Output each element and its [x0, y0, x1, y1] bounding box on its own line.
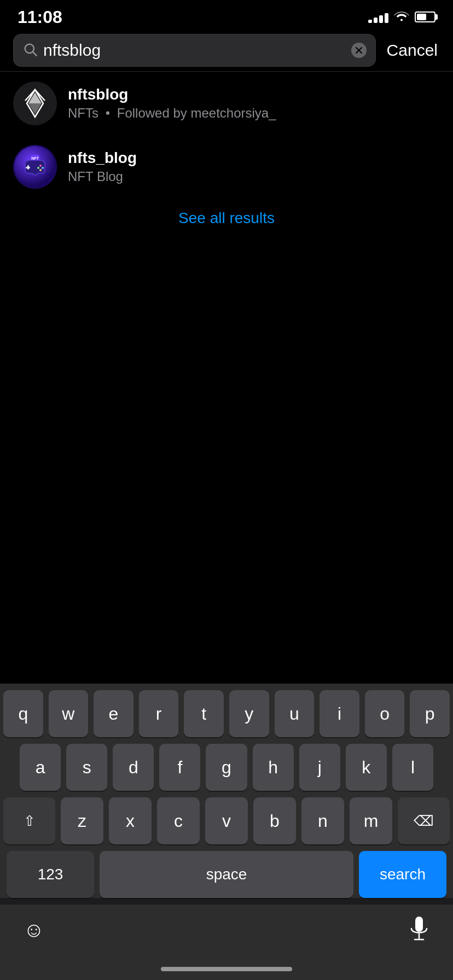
- status-time: 11:08: [18, 7, 62, 27]
- search-results: nftsblog NFTs • Followed by meetchorsiya…: [0, 72, 453, 238]
- key-z[interactable]: z: [61, 797, 103, 844]
- key-m[interactable]: m: [350, 797, 392, 844]
- key-q[interactable]: q: [3, 690, 43, 737]
- key-l[interactable]: l: [392, 744, 433, 791]
- key-h[interactable]: h: [253, 744, 294, 791]
- dot-1: •: [106, 106, 110, 120]
- keyboard-rows: q w e r t y u i o p a s d f g h j k l ⇧ …: [0, 684, 453, 898]
- clear-input-button[interactable]: [351, 43, 367, 58]
- svg-point-15: [37, 167, 39, 169]
- result-info-nfts-blog: nfts_blog NFT Blog: [68, 149, 440, 184]
- key-r[interactable]: r: [139, 690, 179, 737]
- key-b[interactable]: b: [253, 797, 296, 844]
- key-g[interactable]: g: [206, 744, 247, 791]
- svg-point-16: [39, 169, 42, 171]
- result-category-1: NFTs: [68, 106, 98, 120]
- key-numbers[interactable]: 123: [7, 851, 94, 898]
- keyboard-bottom-bar: ☺: [0, 905, 453, 962]
- avatar-nftsblog: [13, 81, 57, 125]
- status-bar: 11:08: [0, 0, 453, 30]
- result-username-1: nftsblog: [68, 86, 440, 103]
- signal-bars-icon: [368, 11, 388, 23]
- keyboard-row-1: q w e r t y u i o p: [3, 690, 450, 737]
- key-u[interactable]: u: [275, 690, 315, 737]
- svg-rect-19: [415, 917, 423, 932]
- cancel-button[interactable]: Cancel: [385, 41, 440, 60]
- key-backspace[interactable]: ⌫: [398, 797, 450, 844]
- key-n[interactable]: n: [301, 797, 344, 844]
- key-p[interactable]: p: [410, 690, 450, 737]
- key-x[interactable]: x: [109, 797, 152, 844]
- microphone-button[interactable]: [403, 913, 435, 946]
- home-bar: [161, 967, 292, 971]
- see-all-results[interactable]: See all results: [0, 199, 453, 238]
- key-shift[interactable]: ⇧: [3, 797, 55, 844]
- result-subtitle-1: NFTs • Followed by meetchorsiya_: [68, 106, 440, 121]
- emoji-button[interactable]: ☺: [18, 913, 50, 946]
- search-bar-container: Cancel: [0, 30, 453, 71]
- search-icon: [22, 42, 38, 59]
- key-e[interactable]: e: [94, 690, 133, 737]
- key-t[interactable]: t: [184, 690, 224, 737]
- key-search[interactable]: search: [359, 851, 446, 898]
- search-input-wrapper[interactable]: [13, 34, 376, 67]
- result-info-nftsblog: nftsblog NFTs • Followed by meetchorsiya…: [68, 86, 440, 121]
- key-i[interactable]: i: [320, 690, 359, 737]
- result-username-2: nfts_blog: [68, 149, 440, 167]
- avatar-nfts-blog: NFT: [13, 145, 57, 189]
- svg-line-1: [33, 52, 36, 55]
- svg-text:NFT: NFT: [31, 156, 39, 160]
- svg-rect-12: [26, 167, 30, 168]
- key-y[interactable]: y: [229, 690, 269, 737]
- key-o[interactable]: o: [365, 690, 405, 737]
- result-subtitle-2: NFT Blog: [68, 169, 440, 184]
- key-c[interactable]: c: [157, 797, 200, 844]
- key-f[interactable]: f: [159, 744, 200, 791]
- result-name-2: NFT Blog: [68, 169, 123, 184]
- key-j[interactable]: j: [299, 744, 340, 791]
- key-d[interactable]: d: [113, 744, 154, 791]
- result-item-nftsblog[interactable]: nftsblog NFTs • Followed by meetchorsiya…: [0, 72, 453, 135]
- wifi-icon: [394, 9, 409, 25]
- home-indicator: [0, 962, 453, 980]
- key-s[interactable]: s: [66, 744, 107, 791]
- key-k[interactable]: k: [346, 744, 387, 791]
- search-input[interactable]: [43, 41, 346, 60]
- keyboard-bottom-row: 123 space search: [3, 851, 450, 898]
- key-space[interactable]: space: [100, 851, 353, 898]
- result-followed-1: Followed by meetchorsiya_: [117, 106, 276, 120]
- result-item-nfts-blog[interactable]: NFT nfts_blog NFT Blog: [0, 135, 453, 199]
- svg-point-13: [39, 165, 42, 167]
- key-a[interactable]: a: [20, 744, 61, 791]
- keyboard-row-2: a s d f g h j k l: [3, 744, 450, 791]
- battery-icon: [415, 11, 435, 22]
- svg-point-14: [42, 167, 44, 169]
- key-v[interactable]: v: [205, 797, 248, 844]
- keyboard-row-3: ⇧ z x c v b n m ⌫: [3, 797, 450, 844]
- status-icons: [368, 9, 435, 25]
- keyboard: q w e r t y u i o p a s d f g h j k l ⇧ …: [0, 684, 453, 980]
- key-w[interactable]: w: [49, 690, 89, 737]
